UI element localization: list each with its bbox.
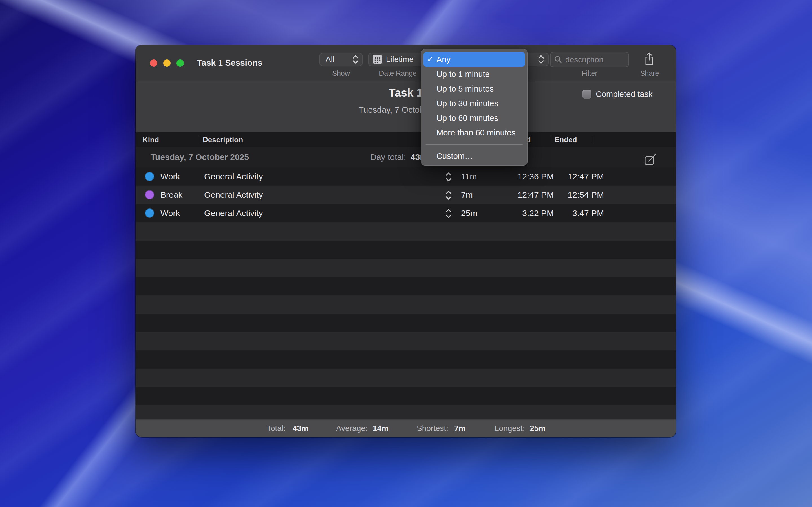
kind-color-dot <box>145 190 154 200</box>
completed-task-label: Completed task <box>596 90 653 99</box>
search-input[interactable] <box>565 55 625 64</box>
checkmark-icon: ✓ <box>427 52 434 67</box>
column-divider <box>199 135 199 144</box>
stats-total-label: Total: <box>267 420 286 437</box>
menu-item-more-than-60-minutes[interactable]: More than 60 minutes <box>421 125 527 140</box>
session-row[interactable]: Work General Activity 11m 12:36 PM 12:47… <box>136 167 676 186</box>
duration-stepper[interactable] <box>445 209 452 219</box>
content-header: Task 1 Tuesday, 7 October 2025 Completed… <box>136 81 676 132</box>
chevron-up-down-icon <box>352 54 359 65</box>
stats-shortest-value: 7m <box>454 420 465 437</box>
session-row[interactable]: Break General Activity 7m 12:47 PM 12:54… <box>136 186 676 204</box>
date-range-toolbar-label: Date Range <box>368 69 427 77</box>
menu-separator <box>426 145 523 145</box>
session-started: 12:47 PM <box>502 186 554 204</box>
column-header-kind[interactable]: Kind <box>143 132 159 147</box>
column-header-ended[interactable]: Ended <box>555 132 577 147</box>
session-ended: 3:47 PM <box>556 204 604 222</box>
session-ended: 12:54 PM <box>556 186 604 204</box>
session-kind: Work <box>160 167 180 186</box>
share-button[interactable] <box>642 51 657 66</box>
app-window: Task 1 Sessions All Show Lifetime Date R… <box>136 45 676 437</box>
duration-dropdown-menu: ✓ Any Up to 1 minute Up to 5 minutes Up … <box>421 49 527 166</box>
chevron-up-down-icon <box>538 54 545 65</box>
duration-stepper[interactable] <box>445 172 452 182</box>
completed-task-checkbox[interactable] <box>582 90 591 99</box>
share-icon <box>644 52 655 66</box>
table-column-header: Kind Description Started Ended <box>136 132 676 147</box>
session-description[interactable]: General Activity <box>204 186 263 204</box>
date-range-popup-value: Lifetime <box>386 55 414 64</box>
completed-task-control: Completed task <box>582 90 653 99</box>
stats-average-label: Average: <box>336 420 368 437</box>
edit-day-button[interactable] <box>644 154 656 166</box>
search-icon <box>554 55 562 64</box>
session-kind: Break <box>160 186 183 204</box>
menu-item-up-to-1-minute[interactable]: Up to 1 minute <box>421 67 527 81</box>
menu-item-label: Any <box>437 55 451 64</box>
close-window-button[interactable] <box>150 59 157 67</box>
show-popup-value: All <box>326 55 335 64</box>
column-divider <box>551 135 551 144</box>
desktop: { "colors": { "menu_highlight": "#3e86e8… <box>0 0 812 507</box>
session-started: 12:36 PM <box>502 167 554 186</box>
filter-toolbar-label: Filter <box>550 69 629 77</box>
session-kind: Work <box>160 204 180 222</box>
stats-longest-label: Longest: <box>495 420 525 437</box>
session-ended: 12:47 PM <box>556 167 604 186</box>
show-popup-button[interactable]: All <box>319 53 363 66</box>
table-empty-stripes <box>136 222 676 419</box>
stats-longest-value: 25m <box>530 420 546 437</box>
session-duration: 25m <box>461 204 477 222</box>
session-description[interactable]: General Activity <box>204 167 263 186</box>
menu-item-custom[interactable]: Custom… <box>421 149 527 163</box>
day-total-label: Day total: <box>361 147 406 167</box>
session-duration: 11m <box>461 167 477 186</box>
stats-bar: Total: 43m Average: 14m Shortest: 7m Lon… <box>136 419 676 437</box>
menu-item-up-to-60-minutes[interactable]: Up to 60 minutes <box>421 111 527 125</box>
session-row[interactable]: Work General Activity 25m 3:22 PM 3:47 P… <box>136 204 676 222</box>
kind-color-dot <box>145 209 154 218</box>
day-group-date: Tuesday, 7 October 2025 <box>151 147 249 167</box>
minimize-window-button[interactable] <box>163 59 170 67</box>
stats-average-value: 14m <box>373 420 389 437</box>
stats-total-value: 43m <box>293 420 308 437</box>
session-description[interactable]: General Activity <box>204 204 263 222</box>
column-divider <box>593 135 594 144</box>
duration-stepper[interactable] <box>445 190 452 200</box>
page-subtitle: Tuesday, 7 October 2025 <box>136 105 676 115</box>
column-header-description[interactable]: Description <box>203 132 243 147</box>
menu-item-up-to-5-minutes[interactable]: Up to 5 minutes <box>421 81 527 96</box>
kind-color-dot <box>145 172 154 181</box>
zoom-window-button[interactable] <box>176 59 184 67</box>
day-group-row: Tuesday, 7 October 2025 Day total: 43m <box>136 147 676 167</box>
show-toolbar-label: Show <box>319 69 363 77</box>
window-title: Task 1 Sessions <box>197 58 262 68</box>
share-toolbar-label: Share <box>634 69 665 77</box>
filter-search-field[interactable] <box>550 52 629 67</box>
calendar-icon <box>372 55 383 64</box>
menu-item-any[interactable]: ✓ Any <box>423 52 525 67</box>
stats-shortest-label: Shortest: <box>417 420 448 437</box>
session-started: 3:22 PM <box>502 204 554 222</box>
menu-item-up-to-30-minutes[interactable]: Up to 30 minutes <box>421 96 527 111</box>
session-duration: 7m <box>461 186 473 204</box>
titlebar: Task 1 Sessions All Show Lifetime Date R… <box>136 45 676 81</box>
